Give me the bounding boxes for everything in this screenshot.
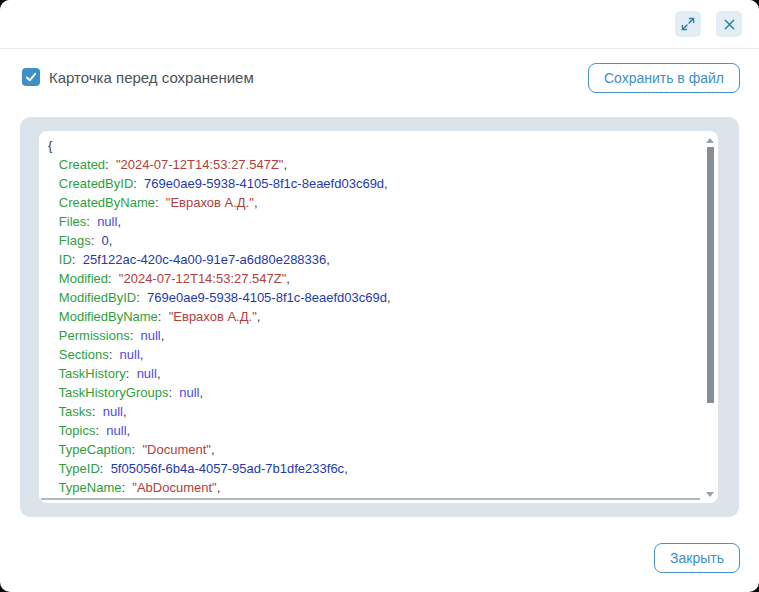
json-line: ModifiedByID: 769e0ae9-5938-4105-8f1c-8e…: [48, 288, 692, 307]
json-line: Tasks: null,: [48, 402, 692, 421]
json-line: ModifiedByName: "Еврахов А.Д.",: [48, 307, 692, 326]
expand-button[interactable]: [675, 11, 701, 37]
json-line: ID: 25f122ac-420c-4a00-91e7-a6d80e288336…: [48, 250, 692, 269]
save-to-file-button[interactable]: Сохранить в файл: [588, 63, 740, 93]
vertical-scrollbar-thumb[interactable]: [707, 147, 714, 403]
json-line: Topics: null,: [48, 421, 692, 440]
json-viewer[interactable]: { Created: "2024-07-12T14:53:27.547Z", C…: [39, 131, 718, 503]
json-line: Permissions: null,: [48, 326, 692, 345]
scroll-up-icon[interactable]: [706, 138, 714, 143]
checkbox-label: Карточка перед сохранением: [49, 69, 254, 86]
horizontal-scrollbar-thumb[interactable]: [41, 498, 700, 500]
json-panel: { Created: "2024-07-12T14:53:27.547Z", C…: [20, 117, 739, 517]
json-line: TaskHistory: null,: [48, 364, 692, 383]
json-line: {: [48, 136, 692, 155]
card-before-save-checkbox[interactable]: [22, 68, 40, 86]
json-line: TypeCaption: "Document",: [48, 440, 692, 459]
close-icon: [723, 18, 736, 31]
json-line: CreatedByID: 769e0ae9-5938-4105-8f1c-8ea…: [48, 174, 692, 193]
close-button[interactable]: [716, 11, 742, 37]
checkmark-icon: [24, 70, 38, 84]
expand-icon: [681, 17, 695, 31]
json-line: TypeName: "AbDocument",: [48, 478, 692, 497]
json-line: Modified: "2024-07-12T14:53:27.547Z",: [48, 269, 692, 288]
json-line: Created: "2024-07-12T14:53:27.547Z",: [48, 155, 692, 174]
json-line: TaskHistoryGroups: null,: [48, 383, 692, 402]
dialog-header: [0, 0, 759, 49]
json-line: Files: null,: [48, 212, 692, 231]
close-dialog-button[interactable]: Закрыть: [654, 543, 740, 573]
json-line: CreatedByName: "Еврахов А.Д.",: [48, 193, 692, 212]
json-line: TypeID: 5f05056f-6b4a-4057-95ad-7b1dfe23…: [48, 459, 692, 478]
json-line: Sections: null,: [48, 345, 692, 364]
json-line: Flags: 0,: [48, 231, 692, 250]
modal-dialog: Карточка перед сохранением Сохранить в ф…: [0, 0, 759, 592]
scroll-down-icon[interactable]: [706, 492, 714, 497]
json-code: { Created: "2024-07-12T14:53:27.547Z", C…: [48, 136, 692, 497]
card-checkbox-row: Карточка перед сохранением: [22, 67, 254, 87]
